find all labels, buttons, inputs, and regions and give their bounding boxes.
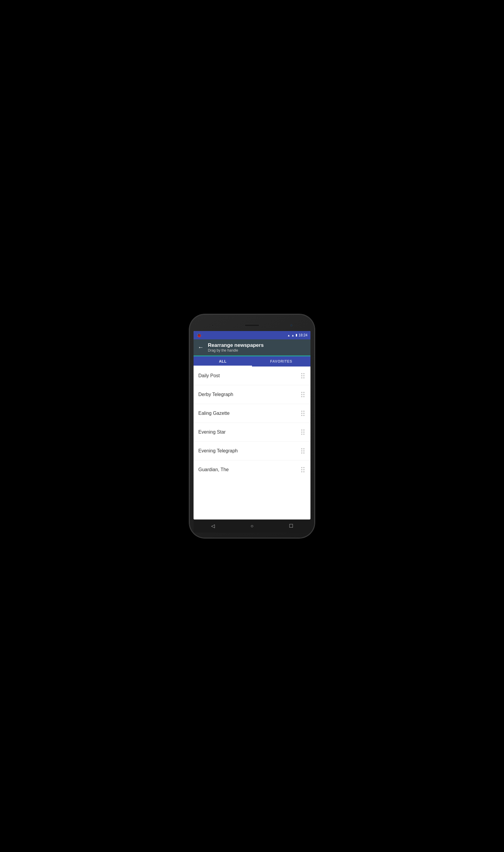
status-left: 🐞 [197, 333, 202, 338]
drag-handle[interactable] [300, 372, 306, 380]
list-item[interactable]: Derby Telegraph [194, 385, 310, 404]
toolbar-title: Rearrange newspapers [208, 342, 264, 348]
list-item[interactable]: Ealing Gazette [194, 404, 310, 423]
toolbar: ← Rearrange newspapers Drag by the handl… [194, 339, 310, 356]
nav-bar: ◁ ○ ☐ [194, 520, 310, 532]
signal-icon [291, 333, 294, 337]
front-camera [212, 324, 214, 327]
drag-handle[interactable] [300, 410, 306, 417]
front-speaker [245, 324, 259, 327]
tabs-container: ALL FAVORITES [194, 356, 310, 366]
drag-handle[interactable] [300, 428, 306, 436]
nav-recent-button[interactable]: ☐ [286, 521, 296, 531]
toolbar-subtitle: Drag by the handle [208, 348, 264, 352]
front-sensor [290, 324, 292, 327]
newspaper-name: Ealing Gazette [198, 411, 230, 416]
list-item[interactable]: Evening Telegraph [194, 442, 310, 460]
list-item[interactable]: Guardian, The [194, 460, 310, 479]
newspaper-name: Evening Star [198, 430, 226, 435]
nav-home-button[interactable]: ○ [247, 521, 257, 531]
drag-handle[interactable] [300, 391, 306, 398]
tab-all[interactable]: ALL [194, 356, 252, 366]
nav-back-button[interactable]: ◁ [208, 521, 218, 531]
wifi-icon [287, 333, 290, 337]
list-item[interactable]: Daily Post [194, 366, 310, 385]
list-item[interactable]: Evening Star [194, 423, 310, 442]
tab-favorites[interactable]: FAVORITES [252, 356, 310, 366]
battery-icon [295, 333, 297, 337]
bug-icon: 🐞 [197, 333, 202, 338]
phone-screen: 🐞 18:24 ← Rearrange newspapers Drag by t… [194, 331, 310, 520]
drag-handle[interactable] [300, 447, 306, 455]
phone-top-hardware [194, 320, 310, 331]
newspaper-name: Evening Telegraph [198, 448, 238, 454]
status-bar: 🐞 18:24 [194, 331, 310, 339]
newspaper-name: Daily Post [198, 373, 220, 378]
toolbar-text: Rearrange newspapers Drag by the handle [208, 342, 264, 352]
drag-handle[interactable] [300, 466, 306, 474]
newspaper-name: Derby Telegraph [198, 392, 233, 397]
status-right: 18:24 [287, 333, 307, 337]
phone-device: 🐞 18:24 ← Rearrange newspapers Drag by t… [190, 314, 314, 538]
newspaper-name: Guardian, The [198, 467, 229, 472]
status-time: 18:24 [299, 333, 307, 337]
back-button[interactable]: ← [198, 344, 204, 351]
newspaper-list: Daily Post Derby Telegraph [194, 366, 310, 520]
